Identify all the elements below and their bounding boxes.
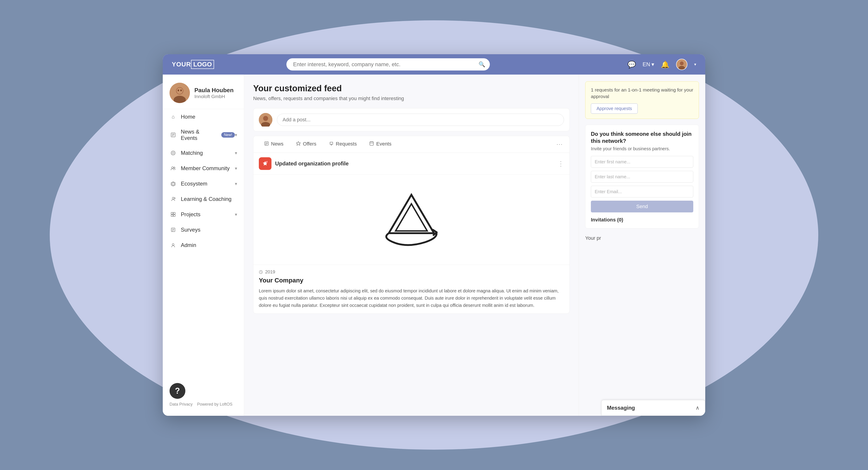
email-input[interactable] bbox=[591, 186, 693, 197]
topbar: YOUR LOGO 🔍 💬 EN ▾ 🔔 ▾ bbox=[163, 54, 705, 74]
news-events-badge: New! bbox=[221, 132, 235, 137]
home-icon: ⌂ bbox=[169, 113, 177, 120]
tab-news[interactable]: News bbox=[258, 136, 290, 153]
matching-icon bbox=[169, 149, 177, 157]
invite-subtitle: Invite your friends or business partners… bbox=[591, 146, 693, 151]
tab-news-label: News bbox=[271, 141, 283, 147]
post-body: 2019 Your Company Lorem ipsum dolor sit … bbox=[253, 265, 569, 313]
svg-point-8 bbox=[180, 90, 182, 91]
data-privacy-link[interactable]: Data Privacy bbox=[169, 402, 193, 407]
nav-item-matching[interactable]: Matching ▾ bbox=[163, 145, 244, 161]
notification-text: 1 requests for an 1-on-1 meeting waiting… bbox=[591, 87, 693, 100]
post-menu-icon[interactable]: ⋮ bbox=[558, 160, 564, 167]
matching-chevron: ▾ bbox=[235, 150, 237, 156]
nav-item-learning-coaching[interactable]: Learning & Coaching bbox=[163, 191, 244, 207]
messaging-chevron-icon[interactable]: ∧ bbox=[695, 405, 700, 411]
feed-tabs-more[interactable]: ⋯ bbox=[554, 136, 565, 153]
nav-item-member-community[interactable]: Member Community ▾ bbox=[163, 161, 244, 176]
sidebar-footer: ? Data Privacy Powered by LoftOS bbox=[163, 378, 244, 411]
logo-text: YOUR bbox=[172, 61, 191, 68]
content-area: Your customized feed News, offers, reque… bbox=[244, 74, 705, 416]
svg-point-28 bbox=[172, 244, 174, 245]
invite-title: Do you think someone else should join th… bbox=[591, 130, 693, 145]
svg-point-14 bbox=[172, 152, 174, 154]
news-events-icon bbox=[169, 131, 177, 138]
events-tab-icon bbox=[369, 141, 374, 147]
offers-tab-icon bbox=[296, 141, 301, 147]
svg-rect-37 bbox=[370, 142, 373, 145]
nav-label-news-events: News & Events bbox=[181, 129, 217, 141]
chat-icon[interactable]: 💬 bbox=[627, 61, 636, 68]
approve-button[interactable]: Approve requests bbox=[591, 103, 638, 114]
svg-rect-23 bbox=[174, 215, 175, 217]
post-input[interactable] bbox=[277, 114, 564, 126]
post-company-name: Your Company bbox=[259, 277, 564, 284]
lang-chevron-icon: ▾ bbox=[651, 61, 654, 68]
learning-coaching-icon bbox=[169, 195, 177, 203]
svg-point-19 bbox=[172, 197, 174, 199]
nav-item-news-events[interactable]: News & Events New! ▾ bbox=[163, 125, 244, 145]
last-name-input[interactable] bbox=[591, 171, 693, 183]
help-button[interactable]: ? bbox=[169, 383, 185, 399]
nav-label-member-community: Member Community bbox=[181, 165, 230, 171]
projects-chevron: ▾ bbox=[235, 212, 237, 217]
nav-item-projects[interactable]: Projects ▾ bbox=[163, 207, 244, 222]
news-events-chevron: ▾ bbox=[235, 132, 237, 137]
feed-panel: Your customized feed News, offers, reque… bbox=[244, 74, 579, 416]
svg-point-2 bbox=[679, 66, 685, 70]
search-bar: 🔍 bbox=[286, 58, 490, 70]
feed-title: Your customized feed bbox=[253, 84, 569, 93]
footer-links: Data Privacy Powered by LoftOS bbox=[169, 402, 237, 407]
nav-item-surveys[interactable]: Surveys bbox=[163, 222, 244, 238]
nav-label-projects: Projects bbox=[181, 211, 200, 218]
news-tab-icon bbox=[264, 141, 269, 147]
svg-rect-20 bbox=[171, 212, 173, 214]
send-invite-button[interactable]: Send bbox=[591, 201, 693, 212]
post-composer bbox=[253, 108, 569, 131]
svg-marker-36 bbox=[296, 142, 301, 145]
nav-item-admin[interactable]: Admin bbox=[163, 238, 244, 253]
tab-offers[interactable]: Offers bbox=[290, 136, 323, 153]
powered-by-label: Powered by LoftOS bbox=[197, 402, 232, 407]
admin-icon bbox=[169, 242, 177, 249]
bell-icon[interactable]: 🔔 bbox=[661, 61, 669, 68]
tab-events[interactable]: Events bbox=[363, 136, 398, 153]
your-profile-partial: Your pr bbox=[585, 233, 699, 243]
tab-requests[interactable]: Requests bbox=[323, 136, 363, 153]
nav-label-ecosystem: Ecosystem bbox=[181, 181, 207, 187]
svg-point-7 bbox=[178, 90, 179, 91]
nav-item-ecosystem[interactable]: Ecosystem ▾ bbox=[163, 176, 244, 191]
logo: YOUR LOGO bbox=[172, 60, 214, 69]
svg-point-6 bbox=[177, 88, 183, 94]
member-community-icon bbox=[169, 165, 177, 172]
topbar-right: 💬 EN ▾ 🔔 ▾ bbox=[627, 59, 696, 70]
user-avatar-topbar[interactable] bbox=[676, 59, 687, 70]
invite-section: Do you think someone else should join th… bbox=[585, 125, 699, 228]
main-layout: Paula Houben Innoloft GmbH ⌂ Home bbox=[163, 74, 705, 416]
search-input[interactable] bbox=[286, 58, 490, 70]
member-community-chevron: ▾ bbox=[235, 166, 237, 171]
invitations-label: Invitations (0) bbox=[591, 217, 693, 223]
user-info: Paula Houben Innoloft GmbH bbox=[194, 87, 234, 99]
post-title: Updated organization profile bbox=[275, 160, 348, 167]
lang-selector[interactable]: EN ▾ bbox=[643, 61, 654, 68]
nav-label-surveys: Surveys bbox=[181, 227, 200, 233]
feed-card: News Offers bbox=[253, 136, 569, 314]
tab-requests-label: Requests bbox=[336, 141, 357, 147]
user-menu-chevron[interactable]: ▾ bbox=[694, 62, 696, 67]
messaging-bar[interactable]: Messaging ∧ bbox=[601, 400, 705, 416]
svg-point-13 bbox=[171, 151, 175, 155]
notification-box: 1 requests for an 1-on-1 meeting waiting… bbox=[585, 81, 699, 119]
user-avatar bbox=[169, 83, 190, 103]
composer-avatar bbox=[259, 113, 272, 127]
right-panel: 1 requests for an 1-on-1 meeting waiting… bbox=[579, 74, 705, 416]
svg-point-30 bbox=[263, 116, 268, 121]
first-name-input[interactable] bbox=[591, 156, 693, 168]
post-card: Updated organization profile ⋮ bbox=[253, 153, 569, 314]
svg-rect-22 bbox=[171, 215, 173, 217]
requests-tab-icon bbox=[329, 141, 334, 147]
sidebar: Paula Houben Innoloft GmbH ⌂ Home bbox=[163, 74, 244, 416]
tab-events-label: Events bbox=[376, 141, 391, 147]
nav-item-home[interactable]: ⌂ Home bbox=[163, 109, 244, 125]
nav-label-matching: Matching bbox=[181, 150, 203, 156]
